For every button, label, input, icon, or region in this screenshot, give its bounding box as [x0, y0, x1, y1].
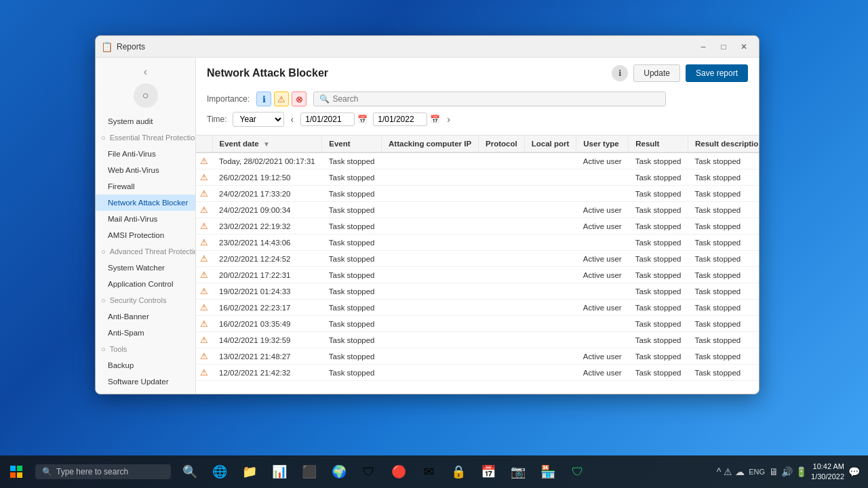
importance-warn-icon[interactable]: ⚠	[274, 92, 289, 106]
sidebar-item-essential-threat[interactable]: ○ Essential Threat Protection	[96, 129, 195, 146]
table-row[interactable]: ⚠16/02/2021 22:23:17Task stoppedActive u…	[196, 300, 759, 316]
taskbar-app-files[interactable]: 📁	[236, 458, 263, 485]
sidebar-item-advanced-threat[interactable]: ○ Advanced Threat Protection	[96, 243, 195, 260]
taskbar-app-excel[interactable]: 📊	[266, 458, 293, 485]
tray-cloud-icon[interactable]: ☁	[735, 466, 745, 477]
cell-local-port	[524, 218, 576, 235]
taskbar-app-camera[interactable]: 📷	[505, 458, 532, 485]
importance-label: Importance:	[207, 94, 250, 104]
sidebar-item-firewall[interactable]: Firewall	[96, 178, 195, 195]
th-result-desc[interactable]: Result description	[688, 136, 759, 152]
sidebar-item-application-manager[interactable]: Application Manager	[96, 390, 195, 394]
taskbar-app-edge[interactable]: 🌐	[206, 458, 233, 485]
table-row[interactable]: ⚠14/02/2021 19:32:59Task stoppedTask sto…	[196, 332, 759, 348]
th-icon[interactable]	[196, 136, 212, 152]
sidebar-item-system-watcher[interactable]: System Watcher	[96, 260, 195, 276]
sidebar-collapse-arrow[interactable]: ‹	[96, 63, 195, 81]
cell-user-type	[576, 186, 629, 202]
taskbar-search[interactable]: 🔍 Type here to search	[35, 464, 171, 479]
table-row[interactable]: ⚠23/02/2021 14:43:06Task stoppedTask sto…	[196, 235, 759, 251]
calendar-from-icon[interactable]: 📅	[357, 115, 368, 124]
date-from-input[interactable]	[300, 113, 355, 126]
sidebar-item-network-attack-blocker[interactable]: Network Attack Blocker	[96, 195, 195, 211]
table-row[interactable]: ⚠12/02/2021 21:42:32Task stoppedActive u…	[196, 365, 759, 381]
sidebar-item-tools[interactable]: ○ Tools	[96, 341, 195, 357]
tray-warning-icon[interactable]: ⚠	[724, 466, 732, 477]
taskbar-app-store[interactable]: 🏪	[534, 458, 561, 485]
th-result[interactable]: Result	[629, 136, 688, 152]
th-attacking-ip[interactable]: Attacking computer IP	[382, 136, 479, 152]
th-protocol[interactable]: Protocol	[479, 136, 525, 152]
cell-event-date: 24/02/2021 17:33:20	[212, 186, 322, 202]
update-button[interactable]: Update	[633, 64, 680, 82]
search-input[interactable]	[332, 94, 660, 104]
date-nav-next[interactable]: ›	[446, 113, 452, 126]
table-row[interactable]: ⚠22/02/2021 12:24:52Task stoppedActive u…	[196, 251, 759, 267]
maximize-button[interactable]: □	[714, 39, 733, 54]
th-event[interactable]: Event	[322, 136, 382, 152]
tray-chevron-icon[interactable]: ^	[717, 466, 722, 477]
table-row[interactable]: ⚠20/02/2021 17:22:31Task stoppedActive u…	[196, 267, 759, 283]
taskbar-app-vpn[interactable]: 🔒	[445, 458, 472, 485]
cell-attacking-ip	[382, 251, 479, 267]
table-row[interactable]: ⚠24/02/2021 09:00:34Task stoppedActive u…	[196, 202, 759, 218]
sidebar-item-amsi-protection[interactable]: AMSI Protection	[96, 227, 195, 243]
calendar-to-icon[interactable]: 📅	[430, 115, 440, 124]
close-button[interactable]: ✕	[734, 39, 753, 54]
sidebar-item-software-updater[interactable]: Software Updater	[96, 373, 195, 390]
tray-battery-icon[interactable]: 🔋	[795, 466, 807, 477]
table-row[interactable]: ⚠26/02/2021 19:12:50Task stoppedTask sto…	[196, 169, 759, 186]
sidebar-item-backup[interactable]: Backup	[96, 357, 195, 373]
sidebar-item-security-controls[interactable]: ○ Security Controls	[96, 292, 195, 308]
cell-result: Task stopped	[629, 300, 688, 316]
taskbar-app-terminal[interactable]: ⬛	[296, 458, 323, 485]
taskbar-app-calendar[interactable]: 📅	[475, 458, 502, 485]
sidebar-item-file-antivirus[interactable]: File Anti-Virus	[96, 146, 195, 162]
cell-user-type: Active user	[576, 348, 629, 365]
tray-notification-icon[interactable]: 💬	[848, 466, 860, 477]
importance-info-icon[interactable]: ℹ	[256, 92, 271, 106]
taskbar-app-mail[interactable]: ✉	[415, 458, 442, 485]
sidebar-search-icon[interactable]: ○	[134, 83, 158, 108]
table-row[interactable]: ⚠23/02/2021 22:19:32Task stoppedActive u…	[196, 218, 759, 235]
table-row[interactable]: ⚠13/02/2021 21:48:27Task stoppedActive u…	[196, 348, 759, 365]
filter-bar: Importance: ℹ ⚠ ⊗ 🔍	[207, 87, 748, 109]
th-user-type[interactable]: User type	[576, 136, 629, 152]
table-row[interactable]: ⚠19/02/2021 01:24:33Task stoppedTask sto…	[196, 283, 759, 300]
table-row[interactable]: ⚠Today, 28/02/2021 00:17:31Task stoppedA…	[196, 152, 759, 169]
search-box[interactable]: 🔍	[313, 92, 666, 106]
cell-attacking-ip	[382, 202, 479, 218]
taskbar-app-ie[interactable]: 🌍	[326, 458, 353, 485]
sidebar-item-application-control[interactable]: Application Control	[96, 276, 195, 292]
cell-attacking-ip	[382, 169, 479, 186]
taskbar-app-red[interactable]: 🔴	[385, 458, 412, 485]
taskbar-time[interactable]: 10:42 AM 1/30/2022	[811, 462, 844, 483]
table-container[interactable]: Event date ▼ Event Attacking computer IP…	[196, 136, 759, 394]
date-to-input[interactable]	[373, 113, 427, 126]
sidebar-item-anti-spam[interactable]: Anti-Spam	[96, 325, 195, 341]
table-row[interactable]: ⚠24/02/2021 17:33:20Task stoppedTask sto…	[196, 186, 759, 202]
taskbar-app-kaspersky[interactable]: 🛡	[355, 458, 382, 485]
importance-error-icon[interactable]: ⊗	[292, 92, 307, 106]
sidebar-item-anti-banner[interactable]: Anti-Banner	[96, 308, 195, 325]
date-nav-prev[interactable]: ‹	[290, 113, 296, 126]
table-row[interactable]: ⚠16/02/2021 03:35:49Task stoppedTask sto…	[196, 316, 759, 332]
taskbar-app-search[interactable]: 🔍	[176, 458, 203, 485]
tray-monitor-icon[interactable]: 🖥	[769, 466, 778, 477]
cell-event-date: 16/02/2021 22:23:17	[212, 300, 322, 316]
sidebar-item-web-antivirus[interactable]: Web Anti-Virus	[96, 162, 195, 178]
sidebar-item-mail-antivirus[interactable]: Mail Anti-Virus	[96, 211, 195, 227]
save-report-button[interactable]: Save report	[686, 64, 748, 82]
taskbar-app-shield-green[interactable]: 🛡	[564, 458, 591, 485]
th-local-port[interactable]: Local port	[524, 136, 576, 152]
th-event-date[interactable]: Event date ▼	[212, 136, 322, 152]
time-period-select[interactable]: Year Month Week Day Custom	[233, 112, 284, 127]
info-icon[interactable]: ℹ	[612, 65, 628, 81]
start-button[interactable]	[0, 455, 33, 488]
minimize-button[interactable]: –	[694, 39, 713, 54]
cell-result-desc: Task stopped	[688, 235, 759, 251]
sidebar-item-system-audit[interactable]: System audit	[96, 113, 195, 129]
cell-local-port	[524, 332, 576, 348]
tray-volume-icon[interactable]: 🔊	[781, 466, 793, 477]
tray-lang-label[interactable]: ENG	[749, 468, 765, 476]
